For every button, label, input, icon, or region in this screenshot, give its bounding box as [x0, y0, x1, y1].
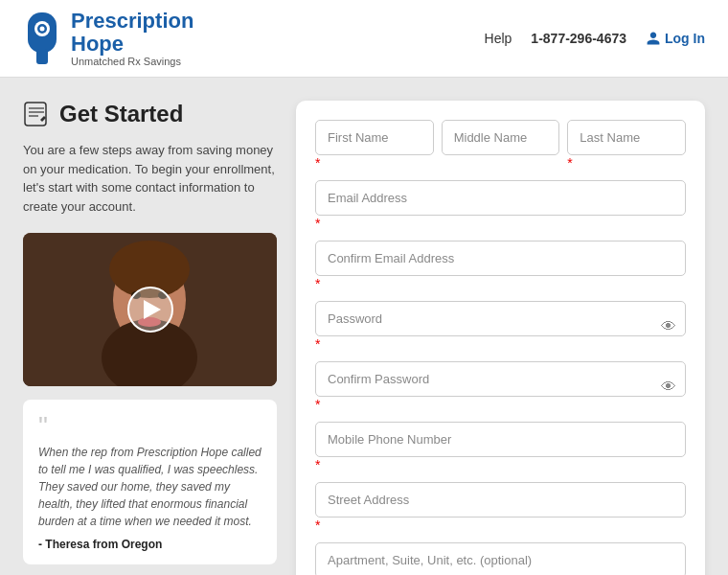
password-row: * 👁 [315, 301, 686, 352]
first-name-input[interactable] [315, 120, 434, 155]
registration-form: * * * * [296, 101, 705, 575]
user-icon [646, 31, 661, 46]
middle-name-field [442, 120, 560, 171]
logo-area: Prescription Hope Unmatched Rx Savings [23, 10, 193, 67]
email-row: * [315, 180, 686, 231]
confirm-password-required: * [315, 397, 320, 412]
left-panel: Get Started You are a few steps away fro… [23, 101, 277, 575]
street-input[interactable] [315, 482, 686, 518]
testimonial-box: " When the rep from Prescription Hope ca… [23, 400, 277, 564]
video-play-button[interactable] [127, 287, 173, 333]
first-name-field: * [315, 120, 434, 171]
name-row: * * [315, 120, 686, 171]
confirm-password-row: * 👁 [315, 361, 686, 412]
help-link[interactable]: Help [485, 31, 512, 46]
confirm-email-input[interactable] [315, 241, 686, 276]
login-button[interactable]: Log In [646, 31, 705, 46]
page-title: Get Started [59, 101, 183, 127]
street-required: * [315, 518, 320, 533]
apt-input[interactable] [315, 542, 686, 575]
logo-name: Prescription Hope [71, 10, 193, 56]
testimonial-author: - Theresa from Oregon [38, 538, 262, 551]
password-eye-icon[interactable]: 👁 [661, 318, 676, 335]
svg-marker-9 [40, 116, 46, 122]
logo-text: Prescription Hope Unmatched Rx Savings [71, 10, 193, 67]
get-started-title: Get Started [23, 101, 277, 127]
password-required: * [315, 336, 320, 352]
password-input[interactable] [315, 301, 686, 336]
phone-row: * [315, 422, 686, 472]
middle-name-input[interactable] [442, 120, 560, 155]
description-text: You are a few steps away from saving mon… [23, 141, 277, 216]
email-field: * [315, 180, 686, 231]
edit-icon [23, 101, 50, 127]
phone-number: 1-877-296-4673 [531, 31, 626, 46]
last-name-field: * [567, 120, 686, 171]
confirm-email-field: * [315, 241, 686, 291]
email-required: * [315, 216, 320, 231]
testimonial-text: When the rep from Prescription Hope call… [38, 444, 262, 530]
last-name-required: * [567, 155, 572, 171]
phone-required: * [315, 457, 320, 472]
phone-field: * [315, 422, 686, 472]
email-input[interactable] [315, 180, 686, 216]
svg-rect-1 [36, 49, 48, 64]
confirm-email-required: * [315, 276, 320, 291]
video-container[interactable] [23, 233, 277, 386]
quote-mark-icon: " [38, 413, 262, 440]
confirm-password-field: * 👁 [315, 361, 686, 412]
street-row: * [315, 482, 686, 533]
apt-field [315, 542, 686, 575]
confirm-password-input[interactable] [315, 361, 686, 397]
logo-icon [23, 12, 61, 65]
first-name-required: * [315, 155, 320, 171]
svg-point-4 [40, 26, 45, 31]
svg-rect-5 [25, 103, 46, 126]
header: Prescription Hope Unmatched Rx Savings H… [0, 0, 728, 78]
apt-row [315, 542, 686, 575]
street-field: * [315, 482, 686, 533]
password-field: * 👁 [315, 301, 686, 352]
play-triangle-icon [144, 300, 161, 319]
header-right: Help 1-877-296-4673 Log In [485, 31, 705, 46]
last-name-input[interactable] [567, 120, 686, 155]
logo-tagline: Unmatched Rx Savings [71, 56, 193, 67]
confirm-password-eye-icon[interactable]: 👁 [661, 379, 676, 396]
phone-input[interactable] [315, 422, 686, 457]
confirm-email-row: * [315, 241, 686, 291]
main-content: Get Started You are a few steps away fro… [0, 78, 728, 575]
